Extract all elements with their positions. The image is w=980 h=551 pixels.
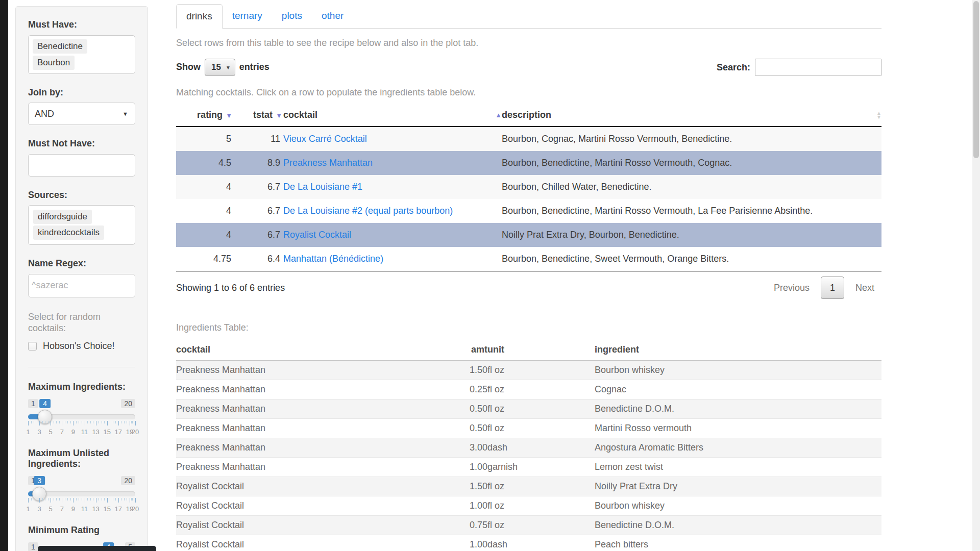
search-control: Search:: [717, 59, 881, 76]
name-regex-label: Name Regex:: [28, 258, 135, 269]
ingredient-row: Preakness Manhattan 1.50 fl oz Bourbon w…: [176, 361, 881, 380]
must-have-tag: Benedictine: [33, 39, 87, 54]
tab-bar: drinks ternary plots other: [176, 4, 881, 29]
ingredient-row: Royalist Cocktail 1.00 fl oz Bourbon whi…: [176, 496, 881, 516]
scrollbar-thumb[interactable]: [973, 1, 979, 158]
slider-grid: 13579111315171920: [28, 421, 135, 438]
table-info: Showing 1 to 6 of 6 entries: [176, 283, 285, 293]
ingredient-row: Royalist Cocktail 0.75 fl oz Benedictine…: [176, 516, 881, 535]
ingredient-row: Preakness Manhattan 0.50 fl oz Martini R…: [176, 419, 881, 438]
ingredient-row: Preakness Manhattan 0.50 fl oz Benedicti…: [176, 399, 881, 419]
random-section-label: Select for random cocktails:: [28, 312, 135, 334]
sort-desc-icon: ▼: [276, 112, 282, 119]
join-by-label: Join by:: [28, 87, 135, 98]
slider-max-badge: 20: [121, 399, 135, 408]
slider-value-badge: 4: [39, 399, 51, 408]
slider-max-badge: 20: [121, 476, 135, 485]
column-header-rating[interactable]: rating▼: [176, 104, 233, 127]
column-header-cocktail: cocktail: [176, 339, 411, 361]
max-unlisted-slider: 1 20 3 13579111315171920: [28, 476, 135, 516]
window-edge: [0, 0, 8, 551]
cocktails-table: rating▼ tstat▼ cocktail ▲ description ▲▼: [176, 104, 881, 271]
search-input[interactable]: [755, 59, 881, 76]
must-not-have-input[interactable]: [28, 154, 135, 177]
min-rating-label: Minimum Rating: [28, 525, 135, 536]
cocktail-link[interactable]: Manhattan (Bénédictine): [283, 254, 383, 264]
ingredient-row: Preakness Manhattan 0.25 fl oz Cognac: [176, 380, 881, 399]
sort-asc-icon: ▲: [495, 111, 502, 119]
sources-input[interactable]: diffordsguide kindredcocktails: [28, 205, 135, 245]
hobsons-choice-checkbox[interactable]: [28, 342, 37, 350]
main-content: drinks ternary plots other Select rows f…: [176, 4, 881, 551]
entries-label: entries: [239, 62, 270, 72]
previous-button[interactable]: Previous: [767, 278, 817, 298]
next-button[interactable]: Next: [848, 278, 881, 298]
max-ingredients-slider: 1 20 4 13579111315171920: [28, 399, 135, 439]
caret-down-icon: ▼: [122, 111, 128, 117]
tab-other[interactable]: other: [312, 4, 353, 28]
cocktail-link[interactable]: De La Louisiane #1: [283, 182, 362, 192]
caret-down-icon: ▼: [226, 65, 231, 70]
table-row[interactable]: 5 11 Vieux Carré Cocktail Bourbon, Cogna…: [176, 127, 881, 151]
filter-sidebar: Must Have: BenedictineBourbon Join by: A…: [15, 6, 148, 551]
ingredients-label: Ingredients Table:: [176, 322, 881, 333]
slider-grid: 13579111315171920: [28, 498, 135, 515]
table-row[interactable]: 4.5 8.9 Preakness Manhattan Bourbon, Ben…: [176, 151, 881, 175]
intro-text: Select rows from this table to see the r…: [176, 38, 881, 48]
column-header-description[interactable]: description ▲▼: [502, 104, 881, 127]
slider-min-badge: 1: [28, 399, 38, 408]
table-row[interactable]: 4 6.7 Royalist Cocktail Noilly Prat Extr…: [176, 223, 881, 247]
cocktail-link[interactable]: De La Louisiane #2 (equal parts bourbon): [283, 206, 453, 216]
slider-min-badge: 1: [28, 542, 38, 551]
cocktail-link[interactable]: Vieux Carré Cocktail: [283, 134, 367, 144]
cocktails-header-row: rating▼ tstat▼ cocktail ▲ description ▲▼: [176, 104, 881, 127]
sources-label: Sources:: [28, 190, 135, 201]
must-have-tag: Bourbon: [33, 56, 75, 70]
join-by-select[interactable]: AND ▼: [28, 103, 135, 125]
cocktail-link[interactable]: Royalist Cocktail: [283, 230, 351, 240]
sort-both-icon: ▲▼: [876, 111, 881, 119]
ingredient-row: Royalist Cocktail 1.00 dash Peach bitter…: [176, 535, 881, 551]
table-row[interactable]: 4 6.7 De La Louisiane #1 Bourbon, Chille…: [176, 175, 881, 199]
table-row[interactable]: 4 6.7 De La Louisiane #2 (equal parts bo…: [176, 199, 881, 223]
hobsons-choice-label: Hobson's Choice!: [43, 341, 115, 352]
show-label: Show: [176, 62, 201, 72]
tab-drinks[interactable]: drinks: [176, 4, 223, 29]
table-caption: Matching cocktails. Click on a row to po…: [176, 87, 881, 98]
page-length-select[interactable]: 15 ▼: [205, 59, 235, 76]
must-have-label: Must Have:: [28, 19, 135, 31]
ingredient-row: Royalist Cocktail 1.50 fl oz Noilly Prat…: [176, 477, 881, 496]
cocktail-link[interactable]: Preakness Manhattan: [283, 158, 373, 168]
ingredient-row: Preakness Manhattan 3.00 dash Angostura …: [176, 438, 881, 458]
table-row[interactable]: 4.75 6.4 Manhattan (Bénédictine) Bourbon…: [176, 247, 881, 271]
sidebar-bottom-element: [38, 546, 156, 551]
column-header-amt: amt: [411, 339, 487, 361]
column-header-cocktail[interactable]: cocktail ▲: [283, 104, 502, 127]
ingredients-header-row: cocktail amt unit ingredient: [176, 339, 881, 361]
column-header-ingredient: ingredient: [595, 339, 881, 361]
divider: [28, 367, 135, 367]
name-regex-input[interactable]: [28, 274, 135, 297]
join-by-value: AND: [35, 109, 54, 119]
page-length-control: Show 15 ▼ entries: [176, 59, 270, 76]
must-not-have-label: Must Not Have:: [28, 138, 135, 149]
max-ingredients-label: Maximum Ingredients:: [28, 382, 135, 393]
page-1-button[interactable]: 1: [821, 277, 844, 299]
source-tag: kindredcocktails: [33, 226, 104, 240]
search-label: Search:: [717, 62, 750, 73]
column-header-unit: unit: [487, 339, 595, 361]
source-tag: diffordsguide: [33, 210, 92, 224]
sort-desc-icon: ▼: [226, 112, 232, 119]
must-have-input[interactable]: BenedictineBourbon: [28, 35, 135, 74]
page-length-value: 15: [211, 62, 221, 72]
tab-plots[interactable]: plots: [272, 4, 312, 28]
ingredients-table: cocktail amt unit ingredient Preakness M…: [176, 339, 881, 551]
ingredient-row: Preakness Manhattan 1.00 garnish Lemon z…: [176, 458, 881, 477]
pagination: Previous 1 Next: [767, 277, 881, 299]
column-header-tstat[interactable]: tstat▼: [233, 104, 283, 127]
tab-ternary[interactable]: ternary: [223, 4, 272, 28]
slider-value-badge: 3: [34, 476, 45, 485]
scrollbar[interactable]: [972, 0, 980, 551]
max-unlisted-label: Maximum Unlisted Ingredients:: [28, 448, 135, 470]
